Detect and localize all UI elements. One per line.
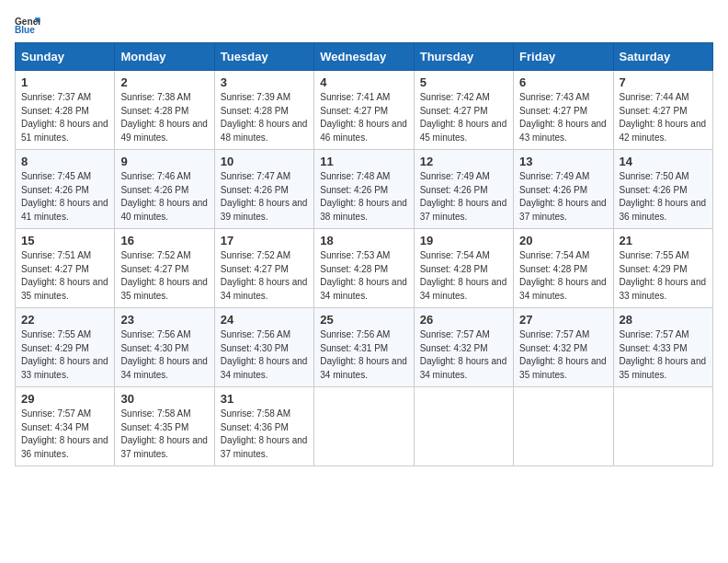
cell-content: Sunrise: 7:56 AM Sunset: 4:30 PM Dayligh… xyxy=(221,328,308,382)
day-number: 31 xyxy=(221,392,308,406)
cell-content: Sunrise: 7:52 AM Sunset: 4:27 PM Dayligh… xyxy=(221,249,308,303)
calendar-cell: 30 Sunrise: 7:58 AM Sunset: 4:35 PM Dayl… xyxy=(115,387,214,466)
day-number: 2 xyxy=(120,75,208,89)
day-number: 30 xyxy=(120,392,208,406)
day-number: 21 xyxy=(620,234,707,247)
calendar-cell: 13 Sunrise: 7:49 AM Sunset: 4:26 PM Dayl… xyxy=(514,150,613,229)
calendar-cell: 18 Sunrise: 7:53 AM Sunset: 4:28 PM Dayl… xyxy=(314,229,414,308)
day-number: 22 xyxy=(21,313,108,327)
cell-content: Sunrise: 7:46 AM Sunset: 4:26 PM Dayligh… xyxy=(120,170,208,224)
cell-content: Sunrise: 7:47 AM Sunset: 4:26 PM Dayligh… xyxy=(221,170,308,224)
cell-content: Sunrise: 7:37 AM Sunset: 4:28 PM Dayligh… xyxy=(21,91,108,144)
calendar-cell: 15 Sunrise: 7:51 AM Sunset: 4:27 PM Dayl… xyxy=(16,229,115,308)
cell-content: Sunrise: 7:57 AM Sunset: 4:32 PM Dayligh… xyxy=(519,328,607,382)
cell-content: Sunrise: 7:54 AM Sunset: 4:28 PM Dayligh… xyxy=(519,249,607,303)
svg-text:Blue: Blue xyxy=(15,25,35,35)
calendar-cell: 3 Sunrise: 7:39 AM Sunset: 4:28 PM Dayli… xyxy=(214,71,313,150)
day-header-wednesday: Wednesday xyxy=(314,43,414,71)
calendar-cell: 25 Sunrise: 7:56 AM Sunset: 4:31 PM Dayl… xyxy=(314,308,414,387)
calendar-cell: 2 Sunrise: 7:38 AM Sunset: 4:28 PM Dayli… xyxy=(115,71,214,150)
day-number: 9 xyxy=(120,155,208,168)
calendar-cell: 31 Sunrise: 7:58 AM Sunset: 4:36 PM Dayl… xyxy=(214,387,313,466)
cell-content: Sunrise: 7:42 AM Sunset: 4:27 PM Dayligh… xyxy=(420,91,507,144)
day-number: 29 xyxy=(21,392,108,406)
day-number: 20 xyxy=(519,234,607,247)
calendar-cell: 29 Sunrise: 7:57 AM Sunset: 4:34 PM Dayl… xyxy=(16,387,115,466)
cell-content: Sunrise: 7:54 AM Sunset: 4:28 PM Dayligh… xyxy=(420,249,507,303)
day-number: 1 xyxy=(21,75,108,89)
day-number: 17 xyxy=(221,234,308,247)
cell-content: Sunrise: 7:53 AM Sunset: 4:28 PM Dayligh… xyxy=(320,249,407,303)
day-number: 18 xyxy=(320,234,407,247)
calendar-cell: 28 Sunrise: 7:57 AM Sunset: 4:33 PM Dayl… xyxy=(613,308,712,387)
cell-content: Sunrise: 7:56 AM Sunset: 4:31 PM Dayligh… xyxy=(320,328,407,382)
day-number: 28 xyxy=(620,313,707,327)
calendar-cell: 5 Sunrise: 7:42 AM Sunset: 4:27 PM Dayli… xyxy=(414,71,513,150)
cell-content: Sunrise: 7:57 AM Sunset: 4:33 PM Dayligh… xyxy=(620,328,707,382)
calendar-cell: 4 Sunrise: 7:41 AM Sunset: 4:27 PM Dayli… xyxy=(314,71,414,150)
calendar-cell: 7 Sunrise: 7:44 AM Sunset: 4:27 PM Dayli… xyxy=(613,71,712,150)
calendar-cell: 10 Sunrise: 7:47 AM Sunset: 4:26 PM Dayl… xyxy=(214,150,313,229)
calendar-cell xyxy=(314,387,414,466)
cell-content: Sunrise: 7:41 AM Sunset: 4:27 PM Dayligh… xyxy=(320,91,407,144)
calendar-cell: 27 Sunrise: 7:57 AM Sunset: 4:32 PM Dayl… xyxy=(514,308,613,387)
calendar-cell: 8 Sunrise: 7:45 AM Sunset: 4:26 PM Dayli… xyxy=(16,150,115,229)
calendar-week-row: 1 Sunrise: 7:37 AM Sunset: 4:28 PM Dayli… xyxy=(16,71,713,150)
page-header: General Blue xyxy=(15,15,713,35)
calendar-header-row: SundayMondayTuesdayWednesdayThursdayFrid… xyxy=(16,43,713,71)
cell-content: Sunrise: 7:49 AM Sunset: 4:26 PM Dayligh… xyxy=(420,170,507,224)
cell-content: Sunrise: 7:45 AM Sunset: 4:26 PM Dayligh… xyxy=(21,170,108,224)
cell-content: Sunrise: 7:58 AM Sunset: 4:36 PM Dayligh… xyxy=(221,408,308,461)
calendar-cell: 14 Sunrise: 7:50 AM Sunset: 4:26 PM Dayl… xyxy=(613,150,712,229)
calendar-cell: 1 Sunrise: 7:37 AM Sunset: 4:28 PM Dayli… xyxy=(16,71,115,150)
day-number: 19 xyxy=(420,234,507,247)
calendar-week-row: 29 Sunrise: 7:57 AM Sunset: 4:34 PM Dayl… xyxy=(16,387,713,466)
day-number: 27 xyxy=(519,313,607,327)
calendar-cell: 11 Sunrise: 7:48 AM Sunset: 4:26 PM Dayl… xyxy=(314,150,414,229)
cell-content: Sunrise: 7:39 AM Sunset: 4:28 PM Dayligh… xyxy=(221,91,308,144)
cell-content: Sunrise: 7:55 AM Sunset: 4:29 PM Dayligh… xyxy=(620,249,707,303)
cell-content: Sunrise: 7:48 AM Sunset: 4:26 PM Dayligh… xyxy=(320,170,407,224)
cell-content: Sunrise: 7:49 AM Sunset: 4:26 PM Dayligh… xyxy=(519,170,607,224)
day-number: 10 xyxy=(221,155,308,168)
cell-content: Sunrise: 7:43 AM Sunset: 4:27 PM Dayligh… xyxy=(519,91,607,144)
day-number: 8 xyxy=(21,155,108,168)
day-header-sunday: Sunday xyxy=(16,43,115,71)
day-number: 26 xyxy=(420,313,507,327)
day-header-saturday: Saturday xyxy=(613,43,712,71)
day-header-tuesday: Tuesday xyxy=(214,43,313,71)
cell-content: Sunrise: 7:58 AM Sunset: 4:35 PM Dayligh… xyxy=(120,408,208,461)
day-number: 24 xyxy=(221,313,308,327)
day-number: 3 xyxy=(221,75,308,89)
calendar-cell: 16 Sunrise: 7:52 AM Sunset: 4:27 PM Dayl… xyxy=(115,229,214,308)
day-number: 11 xyxy=(320,155,407,168)
day-header-friday: Friday xyxy=(514,43,613,71)
cell-content: Sunrise: 7:56 AM Sunset: 4:30 PM Dayligh… xyxy=(120,328,208,382)
calendar-week-row: 8 Sunrise: 7:45 AM Sunset: 4:26 PM Dayli… xyxy=(16,150,713,229)
cell-content: Sunrise: 7:38 AM Sunset: 4:28 PM Dayligh… xyxy=(120,91,208,144)
calendar-cell xyxy=(514,387,613,466)
calendar-cell: 6 Sunrise: 7:43 AM Sunset: 4:27 PM Dayli… xyxy=(514,71,613,150)
cell-content: Sunrise: 7:52 AM Sunset: 4:27 PM Dayligh… xyxy=(120,249,208,303)
calendar-cell: 21 Sunrise: 7:55 AM Sunset: 4:29 PM Dayl… xyxy=(613,229,712,308)
logo: General Blue xyxy=(15,15,40,35)
cell-content: Sunrise: 7:51 AM Sunset: 4:27 PM Dayligh… xyxy=(21,249,108,303)
day-number: 23 xyxy=(120,313,208,327)
cell-content: Sunrise: 7:57 AM Sunset: 4:32 PM Dayligh… xyxy=(420,328,507,382)
cell-content: Sunrise: 7:44 AM Sunset: 4:27 PM Dayligh… xyxy=(620,91,707,144)
calendar-cell: 20 Sunrise: 7:54 AM Sunset: 4:28 PM Dayl… xyxy=(514,229,613,308)
calendar-cell: 24 Sunrise: 7:56 AM Sunset: 4:30 PM Dayl… xyxy=(214,308,313,387)
day-number: 4 xyxy=(320,75,407,89)
calendar-week-row: 15 Sunrise: 7:51 AM Sunset: 4:27 PM Dayl… xyxy=(16,229,713,308)
cell-content: Sunrise: 7:50 AM Sunset: 4:26 PM Dayligh… xyxy=(620,170,707,224)
day-number: 14 xyxy=(620,155,707,168)
day-number: 25 xyxy=(320,313,407,327)
cell-content: Sunrise: 7:57 AM Sunset: 4:34 PM Dayligh… xyxy=(21,408,108,461)
day-number: 15 xyxy=(21,234,108,247)
calendar-cell xyxy=(414,387,513,466)
day-number: 12 xyxy=(420,155,507,168)
calendar-cell: 26 Sunrise: 7:57 AM Sunset: 4:32 PM Dayl… xyxy=(414,308,513,387)
calendar-cell: 17 Sunrise: 7:52 AM Sunset: 4:27 PM Dayl… xyxy=(214,229,313,308)
calendar-cell: 19 Sunrise: 7:54 AM Sunset: 4:28 PM Dayl… xyxy=(414,229,513,308)
cell-content: Sunrise: 7:55 AM Sunset: 4:29 PM Dayligh… xyxy=(21,328,108,382)
